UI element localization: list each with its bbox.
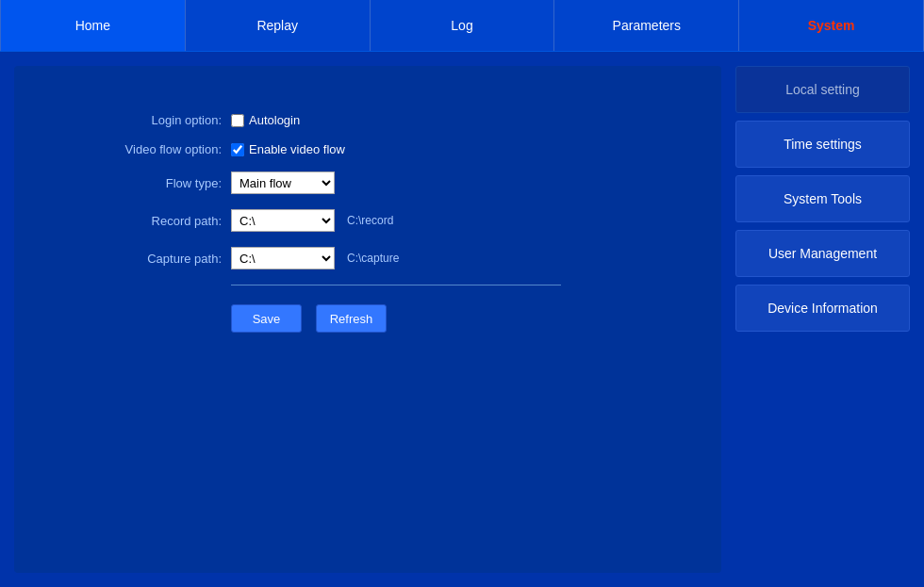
- form-section: Login option: Autologin Video flow optio…: [52, 94, 684, 361]
- autologin-checkbox[interactable]: [231, 114, 244, 127]
- enable-video-flow-label: Enable video flow: [249, 142, 345, 156]
- time-settings-button[interactable]: Time settings: [735, 121, 910, 168]
- video-flow-row: Video flow option: Enable video flow: [90, 142, 646, 156]
- main-content: Login option: Autologin Video flow optio…: [0, 52, 924, 587]
- user-management-button[interactable]: User Management: [735, 230, 910, 277]
- capture-path-wrapper: C:\ D:\ C:\capture: [231, 247, 399, 269]
- nav-system[interactable]: System: [739, 0, 924, 51]
- capture-path-select[interactable]: C:\ D:\: [231, 247, 335, 269]
- enable-video-flow-checkbox[interactable]: [231, 143, 244, 156]
- record-path-wrapper: C:\ D:\ C:\record: [231, 209, 393, 232]
- nav-replay[interactable]: Replay: [186, 0, 371, 51]
- record-path-label: Record path:: [90, 214, 222, 228]
- refresh-button[interactable]: Refresh: [316, 304, 387, 333]
- nav-log[interactable]: Log: [371, 0, 555, 51]
- local-setting-button[interactable]: Local setting: [735, 66, 910, 113]
- record-path-row: Record path: C:\ D:\ C:\record: [90, 209, 646, 232]
- capture-path-label: Capture path:: [90, 252, 222, 266]
- capture-path-row: Capture path: C:\ D:\ C:\capture: [90, 247, 646, 269]
- record-path-hint: C:\record: [347, 214, 393, 227]
- autologin-wrapper: Autologin: [231, 113, 300, 127]
- login-option-row: Login option: Autologin: [90, 113, 646, 127]
- capture-path-hint: C:\capture: [347, 252, 399, 265]
- video-flow-label: Video flow option:: [90, 142, 222, 156]
- device-information-button[interactable]: Device Information: [735, 285, 910, 332]
- navbar: Home Replay Log Parameters System: [0, 0, 924, 52]
- form-divider: [231, 285, 561, 285]
- flow-type-label: Flow type:: [90, 176, 222, 190]
- record-path-select[interactable]: C:\ D:\: [231, 209, 335, 232]
- button-row: Save Refresh: [231, 304, 646, 333]
- autologin-label: Autologin: [249, 113, 300, 127]
- flow-type-row: Flow type: Main flow Sub flow: [90, 171, 646, 194]
- flow-type-wrapper: Main flow Sub flow: [231, 171, 335, 194]
- nav-home[interactable]: Home: [0, 0, 186, 51]
- system-tools-button[interactable]: System Tools: [735, 175, 910, 222]
- login-option-label: Login option:: [90, 113, 222, 127]
- left-panel: Login option: Autologin Video flow optio…: [14, 66, 721, 573]
- flow-type-select[interactable]: Main flow Sub flow: [231, 171, 335, 194]
- right-panel: Local setting Time settings System Tools…: [735, 66, 910, 573]
- nav-parameters[interactable]: Parameters: [554, 0, 739, 51]
- save-button[interactable]: Save: [231, 304, 302, 333]
- enable-video-flow-wrapper: Enable video flow: [231, 142, 345, 156]
